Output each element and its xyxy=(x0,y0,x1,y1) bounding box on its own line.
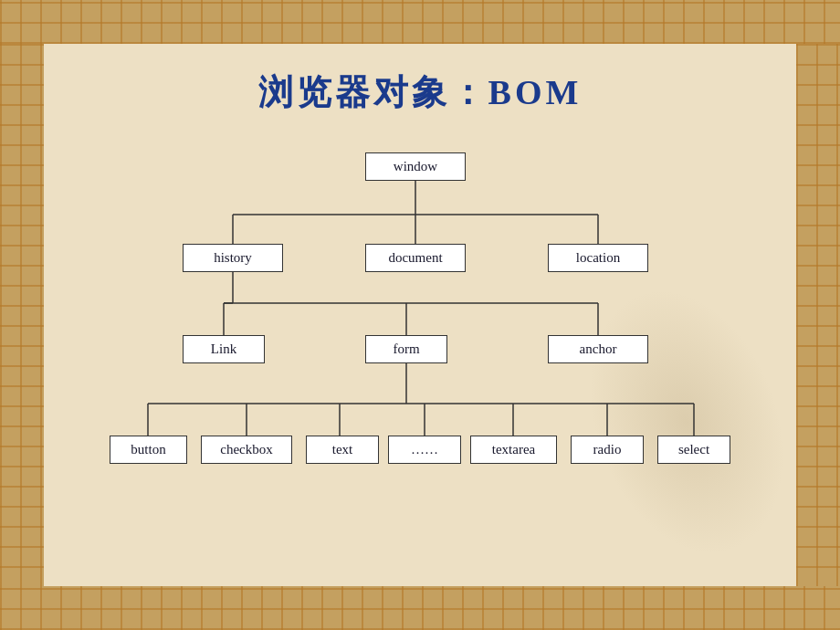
tree-diagram: window history document location Link fo… xyxy=(100,134,740,586)
node-radio: radio xyxy=(571,436,644,464)
node-link: Link xyxy=(183,335,265,363)
node-history: history xyxy=(183,244,283,272)
node-location: location xyxy=(548,244,648,272)
main-content: 浏览器对象：BOM xyxy=(44,44,796,586)
right-border xyxy=(796,44,840,586)
left-border xyxy=(0,44,44,586)
node-document: document xyxy=(365,244,466,272)
node-text: text xyxy=(306,436,379,464)
node-window: window xyxy=(365,152,466,181)
node-textarea: textarea xyxy=(470,436,557,464)
bottom-border xyxy=(0,586,840,630)
node-dots: …… xyxy=(388,436,461,464)
node-form: form xyxy=(365,335,447,363)
node-button: button xyxy=(110,436,187,464)
node-select: select xyxy=(657,436,730,464)
page-title: 浏览器对象：BOM xyxy=(258,69,583,116)
node-anchor: anchor xyxy=(548,335,648,363)
top-border xyxy=(0,0,840,44)
node-checkbox: checkbox xyxy=(201,436,292,464)
